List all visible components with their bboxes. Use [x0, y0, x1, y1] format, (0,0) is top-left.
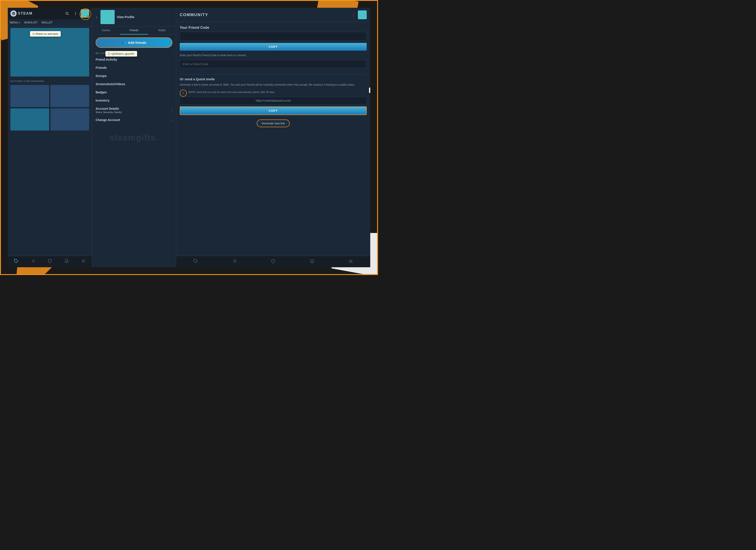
quick-invite-note: NOTE: Each link can only be used once an… — [189, 90, 275, 94]
community-panel: COMMUNITY ⋮ Your Friend Code COPY Enter … — [176, 8, 370, 267]
menu-item-badges[interactable]: Badges — [92, 88, 176, 97]
menu-item-change-account[interactable]: Change Account › — [92, 116, 176, 124]
svg-point-7 — [75, 14, 76, 15]
featured-item-2 — [50, 85, 89, 107]
community-header-right: ⋮ — [352, 10, 367, 19]
bottom-nav-shield[interactable] — [46, 257, 54, 266]
copy-invite-link-button[interactable]: COPY — [180, 106, 367, 115]
search-icon[interactable] — [64, 10, 70, 17]
community-content: Your Friend Code COPY Enter your friend'… — [176, 22, 370, 256]
community-bottom-nav — [176, 256, 370, 267]
steam-panel: STEAM — [8, 8, 92, 267]
user-avatar-large — [100, 10, 115, 24]
featured-label: FEATURED & RECOMMENDED — [8, 78, 92, 83]
account-details-sub: Store, Security, Family — [96, 111, 122, 114]
community-title: COMMUNITY — [180, 13, 208, 17]
tab-games[interactable]: Games — [92, 27, 120, 35]
copy-friend-code-button[interactable]: COPY — [180, 43, 367, 51]
quick-invite-description: Generate a link to share via email or SM… — [180, 83, 367, 87]
invite-link-display: https://s.team/p/ваша/ссылка — [180, 97, 367, 105]
friend-code-title: Your Friend Code — [180, 26, 367, 30]
arrow-icon-2: › — [171, 118, 172, 122]
community-bottom-bell[interactable] — [308, 257, 316, 266]
community-header: COMMUNITY ⋮ — [176, 8, 370, 22]
arrow-icon: › — [171, 108, 172, 112]
nav-wallet[interactable]: WALLET — [41, 20, 53, 25]
more-icon[interactable] — [72, 10, 79, 17]
featured-grid — [10, 85, 89, 131]
steam-bottom-nav — [8, 256, 92, 267]
steam-main-content: FEATURED & RECOMMENDED — [8, 26, 92, 256]
nav-wishlist[interactable]: WISHLIST — [24, 20, 38, 25]
community-more-icon[interactable]: ⋮ — [352, 12, 356, 17]
add-friends-button[interactable]: 👥 Add friends — [96, 37, 172, 48]
nav-menu[interactable]: MENU — [10, 20, 21, 25]
menu-item-groups[interactable]: Groups — [92, 72, 176, 80]
enter-friend-code-input[interactable] — [180, 60, 367, 68]
add-friends-icon: 👥 — [122, 41, 126, 45]
online-indicator — [87, 15, 89, 18]
svg-point-5 — [75, 12, 76, 13]
featured-item-1 — [10, 85, 49, 107]
account-details-label: Account Details — [96, 107, 122, 110]
note-area: ✓ NOTE: Each link can only be used once … — [180, 90, 367, 97]
view-profile-button[interactable]: View Profile — [117, 14, 134, 20]
bottom-nav-menu[interactable] — [79, 257, 87, 266]
back-button[interactable]: ‹ — [95, 14, 98, 20]
bottom-nav-list[interactable] — [29, 257, 37, 266]
community-bottom-menu[interactable] — [347, 257, 355, 266]
community-bottom-list[interactable] — [230, 257, 238, 266]
svg-point-3 — [66, 12, 68, 15]
menu-item-screenshots[interactable]: Screenshots/Videos — [92, 80, 176, 88]
community-bottom-tag[interactable] — [192, 257, 200, 266]
friends-tabs: Games Friends Wallet — [92, 27, 176, 35]
featured-content — [8, 83, 92, 256]
tab-friends[interactable]: Friends — [120, 27, 148, 35]
generate-section: Generate new link — [180, 120, 367, 127]
svg-point-6 — [75, 13, 76, 14]
main-wrapper: STEAM — [8, 8, 370, 267]
annotation-2: 2) «Добавить друзей» — [105, 51, 137, 57]
bottom-nav-tag[interactable] — [12, 257, 20, 266]
annotation-4: 4) Копируем новую ссылку — [369, 87, 370, 93]
annotation-1: 1) Жмем на аватарку — [30, 31, 61, 37]
friends-header: ‹ View Profile — [92, 8, 176, 27]
steam-nav: MENU WISHLIST WALLET — [8, 19, 92, 26]
steam-logo-text: STEAM — [18, 12, 33, 15]
section-divider — [180, 74, 367, 75]
steam-logo-icon — [10, 10, 17, 17]
friend-code-display — [180, 32, 367, 41]
menu-item-account-details[interactable]: Account Details Store, Security, Family … — [92, 105, 176, 116]
menu-item-inventory[interactable]: Inventory — [92, 97, 176, 105]
checkmark-area: ✓ NOTE: Each link can only be used once … — [180, 90, 367, 97]
enter-code-description: Enter your friend's Friend Code to invit… — [180, 53, 367, 57]
friends-panel: steamgifts. ‹ View Profile 2) «Добавить … — [92, 8, 176, 267]
community-avatar — [358, 10, 367, 19]
bottom-nav-bell[interactable] — [63, 257, 71, 266]
menu-item-friends[interactable]: Friends — [92, 64, 176, 72]
steam-header-icons — [64, 9, 89, 18]
steam-header: STEAM — [8, 8, 92, 19]
generate-link-button[interactable]: Generate new link — [257, 120, 290, 127]
steam-logo: STEAM — [10, 10, 33, 17]
featured-item-4 — [50, 108, 89, 131]
quick-invite-title: Or send a Quick Invite — [180, 77, 367, 81]
avatar[interactable] — [81, 9, 89, 18]
svg-point-2 — [13, 13, 14, 14]
checkmark-icon: ✓ — [180, 90, 187, 97]
svg-line-4 — [68, 14, 68, 15]
tab-wallet[interactable]: Wallet — [148, 27, 176, 35]
menu-item-friend-activity[interactable]: Friend Activity — [92, 56, 176, 64]
content-menu: Friend Activity Friends Groups Screensho… — [92, 56, 176, 267]
community-bottom-shield[interactable] — [269, 257, 277, 266]
copy-section: COPY 3) Создаем новую ссылку — [180, 106, 367, 117]
featured-item-3 — [10, 108, 49, 131]
